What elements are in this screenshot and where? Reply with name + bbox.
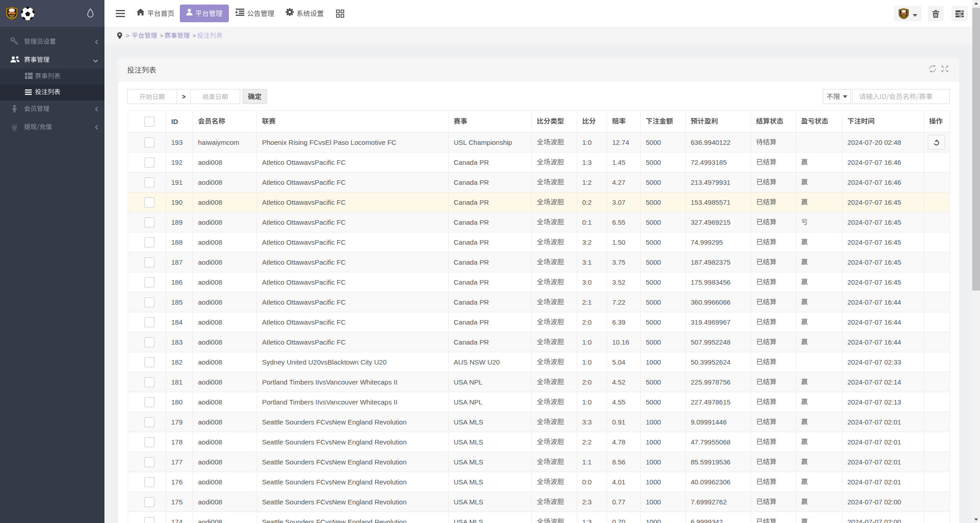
svg-text:MTHB: MTHB xyxy=(901,13,906,15)
svg-text:MTHB: MTHB xyxy=(9,12,15,15)
